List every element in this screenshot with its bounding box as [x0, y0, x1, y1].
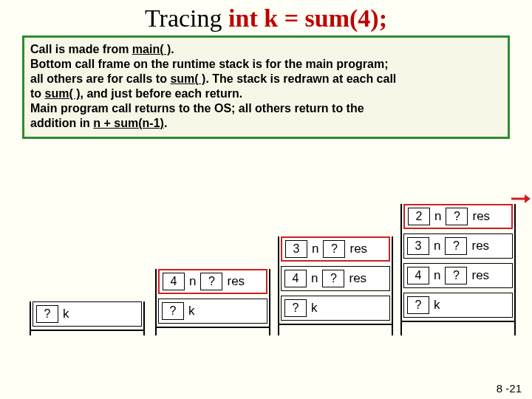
desc-line-1: Call is made from main( ).: [30, 42, 502, 57]
value-box: 4: [407, 267, 429, 284]
title-code: int k = sum(4);: [228, 4, 387, 32]
stack-col-2: 3 n ? res 4 n ? res ? k: [278, 232, 393, 334]
var-label: k: [63, 307, 69, 321]
frame-sum-3: 3 n ? res: [403, 233, 513, 259]
desc-text: Call is made from: [30, 43, 132, 55]
frame-sum-4: 4 n ? res: [403, 263, 513, 288]
value-box: 4: [284, 270, 307, 287]
desc-line-2: Bottom call frame on the runtime stack i…: [30, 57, 502, 72]
desc-line-6: addition in n + sum(n-1).: [30, 116, 502, 131]
value-box: ?: [200, 273, 222, 290]
var-label: n: [434, 268, 440, 283]
desc-text: to: [30, 87, 45, 100]
var-label: res: [349, 271, 366, 286]
frame-main: ? k: [403, 293, 513, 318]
var-label: k: [311, 301, 318, 316]
var-label: n: [312, 242, 318, 256]
title-prefix: Tracing: [145, 4, 228, 32]
var-label: n: [189, 274, 196, 289]
var-label: n: [434, 209, 441, 224]
stack-frame-group: ? k: [30, 301, 145, 334]
desc-text: .: [164, 117, 167, 129]
value-box: ?: [446, 208, 468, 225]
frame-sum-4: 4 n ? res: [281, 266, 390, 291]
desc-underline: sum( ): [45, 87, 81, 100]
frame-main: ? k: [158, 299, 267, 324]
stack-frame-group: 3 n ? res 4 n ? res ? k: [278, 236, 393, 334]
var-label: res: [349, 242, 367, 256]
desc-underline: main( ): [132, 43, 171, 55]
frame-sum-4: 4 n ? res: [158, 269, 267, 294]
value-box: 2: [408, 208, 430, 225]
frame-main: ? k: [281, 296, 390, 321]
var-label: n: [434, 239, 440, 253]
stack-frame-group: 2 n ? res 3 n ? res 4 n ? res: [400, 204, 516, 334]
page-number: 8 -21: [497, 382, 522, 395]
desc-text: . The stack is redrawn at each call: [205, 72, 396, 85]
svg-marker-1: [525, 194, 531, 203]
desc-text: , and just before each return.: [81, 87, 243, 100]
value-box: ?: [36, 305, 58, 323]
value-box: ?: [323, 240, 345, 258]
desc-text: .: [171, 43, 174, 55]
stack-col-1: 4 n ? res ? k: [155, 265, 270, 334]
var-label: res: [471, 268, 489, 283]
slide-title: Tracing int k = sum(4);: [0, 0, 532, 33]
stack-frame-group: 4 n ? res ? k: [155, 269, 270, 334]
value-box: ?: [322, 270, 344, 287]
frame-main: ? k: [33, 301, 142, 327]
var-label: k: [188, 304, 195, 318]
stack-col-3: 2 n ? res 3 n ? res 4 n ? res: [400, 200, 516, 334]
var-label: res: [472, 209, 490, 224]
desc-text: all others are for calls to: [30, 72, 170, 85]
stack-col-0: ? k: [30, 297, 145, 334]
desc-line-3: all others are for calls to sum( ). The …: [30, 72, 502, 86]
desc-line-5: Main program call returns to the OS; all…: [30, 101, 502, 116]
desc-underline: n + sum(n-1): [93, 117, 164, 129]
value-box: ?: [445, 237, 467, 255]
var-label: res: [227, 274, 245, 289]
desc-text: addition in: [30, 117, 93, 129]
stack-stage: ? k 4 n ? res ? k: [0, 145, 532, 352]
value-box: 3: [285, 240, 307, 258]
value-box: ?: [162, 302, 184, 320]
description-box: Call is made from main( ). Bottom call f…: [22, 35, 510, 139]
arrow-right-icon: [511, 194, 531, 204]
value-box: ?: [407, 296, 429, 314]
frame-sum-2: 2 n ? res: [403, 204, 513, 229]
value-box: ?: [445, 267, 467, 284]
value-box: 3: [407, 237, 429, 255]
var-label: res: [471, 239, 489, 253]
desc-underline: sum( ): [170, 72, 205, 85]
value-box: 4: [163, 273, 185, 290]
value-box: ?: [284, 299, 307, 317]
var-label: k: [434, 298, 440, 313]
desc-line-4: to sum( ), and just before each return.: [30, 86, 502, 101]
var-label: n: [311, 271, 318, 286]
frame-sum-3: 3 n ? res: [281, 236, 390, 262]
